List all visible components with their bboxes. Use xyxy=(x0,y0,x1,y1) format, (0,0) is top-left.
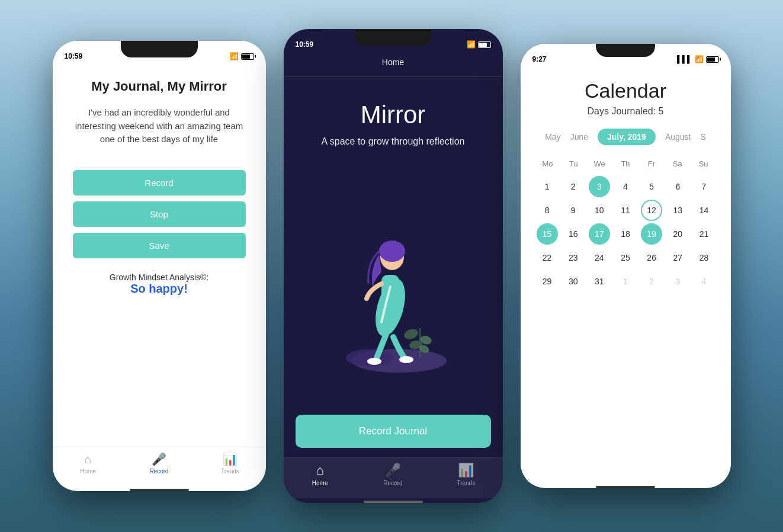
time-1: 10:59 xyxy=(65,52,83,60)
phone3-title: Calendar xyxy=(535,79,717,102)
phone-1: 10:59 📶 My Journal, My Mirror I've had a… xyxy=(53,41,266,491)
cal-cell[interactable]: 4 xyxy=(691,270,716,293)
nav-home-label-2: Home xyxy=(312,480,328,486)
mic-icon-2: 🎤 xyxy=(385,463,401,478)
cal-cell[interactable]: 31 xyxy=(587,270,612,293)
cal-cell[interactable]: 12 xyxy=(641,200,662,221)
svg-point-10 xyxy=(379,241,405,262)
cal-cell[interactable]: 26 xyxy=(639,246,664,269)
phone3-days: Days Journaled: 5 xyxy=(535,106,717,117)
cal-cell[interactable]: 18 xyxy=(613,223,638,245)
cal-cell[interactable]: 22 xyxy=(535,246,560,269)
notch-3 xyxy=(596,44,655,57)
phone-2: 10:59 📶 Home Mirror A space to grow thro… xyxy=(284,29,503,503)
stop-button[interactable]: Stop xyxy=(73,201,246,227)
cal-cell[interactable]: 28 xyxy=(691,246,716,269)
nav-record-1[interactable]: 🎤 Record xyxy=(139,452,180,475)
month-selector: May June July, 2019 August S xyxy=(535,129,717,145)
cal-cell[interactable]: 20 xyxy=(665,223,690,245)
wifi-icon-3: 📶 xyxy=(695,55,704,63)
cal-cell[interactable]: 14 xyxy=(691,199,716,222)
cal-cell[interactable]: 17 xyxy=(589,223,610,245)
home-bar-2 xyxy=(364,501,423,503)
cal-hdr-mo: Mo xyxy=(535,157,561,171)
calendar-header: Mo Tu We Th Fr Sa Su xyxy=(535,157,717,171)
home-bar-1 xyxy=(130,489,189,491)
nav-record-label-1: Record xyxy=(149,468,168,475)
cal-cell[interactable]: 21 xyxy=(691,223,716,245)
cal-cell[interactable]: 11 xyxy=(613,199,638,222)
month-may[interactable]: May xyxy=(545,132,560,142)
cal-cell[interactable]: 2 xyxy=(639,270,664,293)
phone1-journal-text: I've had an incredibly wonderful and int… xyxy=(67,106,252,146)
phone1-content: My Journal, My Mirror I've had an incred… xyxy=(53,67,266,447)
cal-cell[interactable]: 16 xyxy=(561,223,586,245)
svg-point-12 xyxy=(399,356,413,363)
cal-cell[interactable]: 29 xyxy=(535,270,560,293)
svg-point-1 xyxy=(346,349,393,367)
cal-cell[interactable]: 25 xyxy=(613,246,638,269)
time-3: 9:27 xyxy=(532,55,547,63)
battery-icon-2 xyxy=(478,41,491,48)
calendar: Mo Tu We Th Fr Sa Su 1234567891011121314… xyxy=(535,157,717,293)
record-button[interactable]: Record xyxy=(73,170,246,196)
phone2-header: Home xyxy=(284,55,503,77)
phone3-content: Calendar Days Journaled: 5 May June July… xyxy=(521,70,731,483)
nav-record-2[interactable]: 🎤 Record xyxy=(369,463,416,486)
home-icon-1: ⌂ xyxy=(84,453,91,466)
month-august[interactable]: August xyxy=(665,132,691,142)
nav-trends-2[interactable]: 📊 Trends xyxy=(442,463,490,486)
cal-hdr-fr: Fr xyxy=(638,157,665,171)
month-july[interactable]: July, 2019 xyxy=(598,129,656,145)
cal-cell[interactable]: 1 xyxy=(535,175,560,198)
save-button[interactable]: Save xyxy=(73,233,246,258)
cal-cell[interactable]: 19 xyxy=(641,223,662,245)
month-sep[interactable]: S xyxy=(700,132,705,142)
wifi-icon-2: 📶 xyxy=(467,40,476,49)
cal-cell[interactable]: 15 xyxy=(537,223,558,245)
cal-cell[interactable]: 24 xyxy=(587,246,612,269)
cal-cell[interactable]: 3 xyxy=(589,176,610,197)
woman-illustration xyxy=(322,198,464,376)
nav-trends-1[interactable]: 📊 Trends xyxy=(210,452,251,475)
phone2-title: Mirror xyxy=(296,101,491,129)
cal-cell[interactable]: 5 xyxy=(639,175,664,198)
cal-cell[interactable]: 7 xyxy=(691,175,716,198)
phone2-illustration xyxy=(284,159,503,415)
cal-cell[interactable]: 9 xyxy=(561,199,586,222)
cal-cell[interactable]: 23 xyxy=(561,246,586,269)
cal-cell[interactable]: 30 xyxy=(561,270,586,293)
mic-icon-1: 🎤 xyxy=(152,452,166,466)
cal-hdr-th: Th xyxy=(612,157,638,171)
nav-home-2[interactable]: ⌂ Home xyxy=(296,463,344,486)
status-icons-2: 📶 xyxy=(467,40,491,49)
phone2-bottom-nav: ⌂ Home 🎤 Record 📊 Trends xyxy=(284,457,503,498)
phone1-title: My Journal, My Mirror xyxy=(67,79,252,94)
nav-home-1[interactable]: ⌂ Home xyxy=(68,453,109,475)
time-2: 10:59 xyxy=(296,40,314,49)
phone1-analysis: Growth Mindset Analysis©: So happy! xyxy=(67,273,252,296)
status-icons-1: 📶 xyxy=(230,52,254,60)
phone2-hero: Mirror A space to grow through reflectio… xyxy=(284,77,503,159)
wifi-icon-1: 📶 xyxy=(230,52,239,60)
record-journal-button[interactable]: Record Journal xyxy=(296,415,491,448)
status-icons-3: ▌▌▌ 📶 xyxy=(677,55,719,63)
cal-cell[interactable]: 1 xyxy=(613,270,638,293)
cal-cell[interactable]: 10 xyxy=(587,199,612,222)
trends-icon-2: 📊 xyxy=(458,463,474,478)
cal-cell[interactable]: 6 xyxy=(665,175,690,198)
cal-cell[interactable]: 13 xyxy=(665,199,690,222)
signal-icon-3: ▌▌▌ xyxy=(677,55,692,63)
analysis-value: So happy! xyxy=(130,282,188,295)
notch-2 xyxy=(355,29,432,46)
battery-icon-3 xyxy=(706,56,719,63)
trends-icon-1: 📊 xyxy=(223,452,238,466)
cal-hdr-tu: Tu xyxy=(560,157,586,171)
cal-cell[interactable]: 27 xyxy=(665,246,690,269)
cal-cell[interactable]: 3 xyxy=(665,270,690,293)
cal-cell[interactable]: 8 xyxy=(535,199,560,222)
cal-cell[interactable]: 4 xyxy=(613,175,638,198)
phone2-header-title: Home xyxy=(382,57,404,67)
month-june[interactable]: June xyxy=(570,132,588,142)
cal-cell[interactable]: 2 xyxy=(561,175,586,198)
